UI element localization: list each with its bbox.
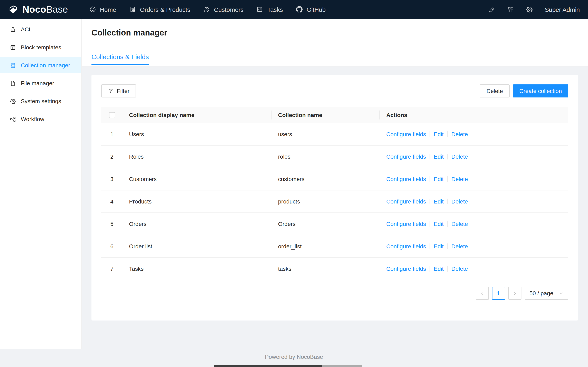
appstore-add-icon[interactable] xyxy=(507,6,514,13)
edit-link[interactable]: Edit xyxy=(434,221,444,227)
horizontal-scrollbar-thumb[interactable] xyxy=(214,365,322,367)
delete-link[interactable]: Delete xyxy=(451,131,468,137)
sidebar-item-collection-manager[interactable]: Collection manager xyxy=(0,57,81,73)
database-icon xyxy=(10,62,16,68)
chevron-right-icon xyxy=(512,291,517,295)
page-title: Collection manager xyxy=(91,27,578,38)
action-divider xyxy=(430,154,430,159)
configure-fields-link[interactable]: Configure fields xyxy=(386,198,426,205)
sidebar-item-label: ACL xyxy=(21,26,32,33)
sidebar-item-system-settings[interactable]: System settings xyxy=(0,93,81,109)
gear-icon[interactable] xyxy=(526,6,533,13)
table-row: 3 Customers customers Configure fieldsEd… xyxy=(101,168,568,190)
edit-link[interactable]: Edit xyxy=(434,176,444,182)
highlight-icon[interactable] xyxy=(488,6,495,13)
nav-item-github[interactable]: GitHub xyxy=(290,0,332,19)
main-area: Collection manager Collections & Fields … xyxy=(82,19,588,367)
tab-collections-fields[interactable]: Collections & Fields xyxy=(91,52,149,65)
action-divider xyxy=(430,131,430,137)
nav-item-customers[interactable]: Customers xyxy=(197,0,250,19)
cell-display-name: Orders xyxy=(122,213,272,235)
configure-fields-link[interactable]: Configure fields xyxy=(386,153,426,160)
prev-page-button[interactable] xyxy=(476,287,489,300)
powered-by-footer: Powered by NocoBase xyxy=(0,354,588,360)
nav-item-tasks[interactable]: Tasks xyxy=(250,0,290,19)
current-user[interactable]: Super Admin xyxy=(545,6,580,13)
delete-link[interactable]: Delete xyxy=(451,266,468,272)
toolbar-right: Delete Create collection xyxy=(480,84,569,98)
github-icon xyxy=(296,6,303,13)
cell-name: users xyxy=(272,123,380,145)
smile-icon xyxy=(89,6,96,13)
table-row: 1 Users users Configure fieldsEditDelete xyxy=(101,123,568,145)
pagination: 1 50 / page xyxy=(101,287,568,300)
navbar-right: Super Admin xyxy=(488,6,580,13)
cell-display-name: Customers xyxy=(122,168,272,190)
create-collection-label: Create collection xyxy=(519,88,562,94)
action-divider xyxy=(447,266,448,272)
nav-item-label: GitHub xyxy=(307,6,326,13)
filter-button[interactable]: Filter xyxy=(101,84,136,98)
delete-button[interactable]: Delete xyxy=(480,84,510,98)
configure-fields-link[interactable]: Configure fields xyxy=(386,243,426,250)
edit-link[interactable]: Edit xyxy=(434,243,444,250)
edit-link[interactable]: Edit xyxy=(434,153,444,160)
horizontal-scrollbar-track xyxy=(322,365,362,367)
nav-item-orders-products[interactable]: Orders & Products xyxy=(123,0,197,19)
sidebar-item-label: Workflow xyxy=(21,116,44,122)
delete-link[interactable]: Delete xyxy=(451,176,468,182)
row-index: 6 xyxy=(101,235,122,258)
edit-link[interactable]: Edit xyxy=(434,198,444,205)
page-size-select[interactable]: 50 / page xyxy=(525,287,568,300)
delete-link[interactable]: Delete xyxy=(451,221,468,227)
cell-actions: Configure fieldsEditDelete xyxy=(380,235,568,258)
table-row: 5 Orders Orders Configure fieldsEditDele… xyxy=(101,213,568,235)
table-row: 7 Tasks tasks Configure fieldsEditDelete xyxy=(101,258,568,280)
layout-icon xyxy=(10,44,16,50)
logo-text: NocoBase xyxy=(22,4,68,15)
configure-fields-link[interactable]: Configure fields xyxy=(386,266,426,272)
delete-link[interactable]: Delete xyxy=(451,198,468,205)
create-collection-button[interactable]: Create collection xyxy=(513,84,568,98)
edit-link[interactable]: Edit xyxy=(434,131,444,137)
nocobase-logo[interactable]: NocoBase xyxy=(8,4,68,15)
cell-actions: Configure fieldsEditDelete xyxy=(380,145,568,168)
delete-link[interactable]: Delete xyxy=(451,243,468,250)
edit-link[interactable]: Edit xyxy=(434,266,444,272)
main-nav: Home Orders & Products Customers Tasks G… xyxy=(83,0,332,19)
sidebar-item-file-manager[interactable]: File manager xyxy=(0,75,81,91)
chevron-left-icon xyxy=(480,291,484,295)
row-index: 2 xyxy=(101,145,122,168)
cell-actions: Configure fieldsEditDelete xyxy=(380,258,568,280)
col-header-name: Collection name xyxy=(272,107,380,123)
sidebar-item-block-templates[interactable]: Block templates xyxy=(0,39,81,55)
action-divider xyxy=(447,176,448,182)
delete-link[interactable]: Delete xyxy=(451,153,468,160)
file-icon xyxy=(10,80,16,86)
cell-name: tasks xyxy=(272,258,380,280)
sidebar-item-workflow[interactable]: Workflow xyxy=(0,111,81,127)
filter-icon xyxy=(108,88,113,94)
nav-item-label: Customers xyxy=(214,6,243,13)
configure-fields-link[interactable]: Configure fields xyxy=(386,176,426,182)
action-divider xyxy=(447,154,448,159)
next-page-button[interactable] xyxy=(508,287,521,300)
cell-actions: Configure fieldsEditDelete xyxy=(380,123,568,145)
sidebar-item-label: File manager xyxy=(21,80,54,86)
collections-table: Collection display name Collection name … xyxy=(101,107,568,280)
sidebar-item-acl[interactable]: ACL xyxy=(0,21,81,38)
cell-name: roles xyxy=(272,145,380,168)
col-header-display-name: Collection display name xyxy=(122,107,272,123)
configure-fields-link[interactable]: Configure fields xyxy=(386,131,426,137)
sidebar-item-label: System settings xyxy=(21,98,61,104)
table-row: 2 Roles roles Configure fieldsEditDelete xyxy=(101,145,568,168)
page-number-1[interactable]: 1 xyxy=(492,287,505,300)
chevron-down-icon xyxy=(559,291,563,295)
select-all-checkbox[interactable] xyxy=(109,112,115,118)
nav-item-home[interactable]: Home xyxy=(83,0,123,19)
sidebar-item-label: Block templates xyxy=(21,44,61,50)
card-toolbar: Filter Delete Create collection xyxy=(101,84,568,98)
cell-display-name: Users xyxy=(122,123,272,145)
configure-fields-link[interactable]: Configure fields xyxy=(386,221,426,227)
row-index: 3 xyxy=(101,168,122,190)
